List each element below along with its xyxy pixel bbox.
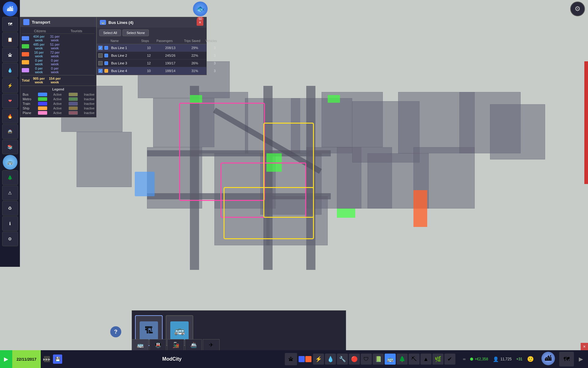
smiley-icon: 🙂 xyxy=(527,356,534,362)
save-button[interactable]: 💾 xyxy=(53,355,62,364)
road-status-btn[interactable]: 🛣 xyxy=(285,353,297,365)
sidebar-icon-settings[interactable]: ⚙ xyxy=(2,232,18,246)
plane-inactive-label: Inactive xyxy=(84,111,99,115)
sidebar-icon-health[interactable]: ❤ xyxy=(2,94,18,108)
col-trips: Trips Saved xyxy=(184,39,205,43)
legend-section: Legend Bus Active Inactive Metro Active … xyxy=(20,86,96,117)
line-checkbox-2[interactable] xyxy=(98,53,103,58)
table-row[interactable]: ✓ Bus Line 4 10 188/14 31% 3 xyxy=(97,67,206,75)
bus-panel-icon: 🚌 xyxy=(100,20,106,25)
toolbar-btn-1[interactable]: ⚡ xyxy=(313,354,324,365)
minimap-button[interactable]: 🗺 xyxy=(559,352,574,366)
bus-lines-table: Name Stops Passengers Trips Saved Vehicl… xyxy=(97,38,206,75)
speed-controls: ▶▶▶ xyxy=(41,356,53,362)
speed-button[interactable]: ▶▶▶ xyxy=(44,356,50,362)
population-indicator: 👤 11,725 xyxy=(493,356,512,362)
col-check xyxy=(98,39,104,43)
line-vehicles-4: 3 xyxy=(205,69,224,73)
line-color-1 xyxy=(104,46,108,50)
bus-values: 404 per week 31 per week xyxy=(31,35,63,42)
line-vehicles-2: 3 xyxy=(205,54,224,57)
toolbar-btn-11[interactable]: ✔ xyxy=(444,354,455,365)
tab-train[interactable]: 🚂 xyxy=(167,339,184,350)
line-passengers-4: 188/14 xyxy=(156,69,184,73)
character-avatar[interactable]: 🐟 xyxy=(193,2,208,16)
toolbar-btn-6[interactable]: 📗 xyxy=(373,354,384,365)
transport-row-plane[interactable]: 0 per week 0 per week xyxy=(22,67,95,74)
sidebar-icon-disaster[interactable]: ⚠ xyxy=(2,186,18,200)
select-none-button[interactable]: Select None xyxy=(123,29,149,36)
bus-tourists: 31 per week xyxy=(47,35,63,42)
total-citizens: 905 per week xyxy=(31,77,47,84)
sidebar-icon-transport[interactable]: 🚌 xyxy=(3,155,17,170)
line-name-1: Bus Line 1 xyxy=(111,46,141,50)
line-checkbox-1[interactable]: ✓ xyxy=(98,46,103,50)
bus-active-label: Active xyxy=(53,93,69,96)
line-name-3: Bus Line 3 xyxy=(111,61,141,65)
sidebar-icon-zoning[interactable]: 🗺 xyxy=(2,17,18,32)
sidebar-icon-roads[interactable]: 🛣 xyxy=(2,48,18,62)
character-badge: 50 xyxy=(197,17,203,21)
transport-row-ship[interactable]: 0 per week 0 per week xyxy=(22,59,95,66)
sidebar-icon-police[interactable]: 🚔 xyxy=(2,124,18,139)
transport-header: Transport xyxy=(20,17,96,27)
total-tourists: 154 per week xyxy=(47,77,63,84)
line-trips-1: 29% xyxy=(184,46,205,50)
sidebar-icon-education[interactable]: 📚 xyxy=(2,140,18,154)
toolbar-btn-7[interactable]: 🌲 xyxy=(397,354,408,365)
toolbar-btn-10[interactable]: 🌿 xyxy=(432,354,443,365)
tab-metro[interactable]: 🚇 xyxy=(149,339,166,350)
nav-right[interactable]: ▶ xyxy=(575,354,586,365)
toolbar-btn-3[interactable]: 🔧 xyxy=(337,354,348,365)
toolbar-btn-9[interactable]: ▲ xyxy=(420,354,432,365)
green-highlight-3 xyxy=(266,153,282,172)
table-row[interactable]: ✓ Bus Line 1 10 208/13 29% 3 xyxy=(97,44,206,52)
sidebar-icon-electricity[interactable]: ⚡ xyxy=(2,78,18,93)
toolbar-btn-transport[interactable]: 🚌 xyxy=(385,354,396,365)
settings-button[interactable]: ⚙ xyxy=(570,2,585,16)
bottom-right-close-button[interactable]: × xyxy=(581,343,588,350)
table-row[interactable]: Bus Line 2 12 245/26 22% 3 xyxy=(97,52,206,59)
tab-bus[interactable]: 🚌 xyxy=(132,339,149,350)
plane-citizens: 0 per week xyxy=(31,67,47,74)
transport-row-bus[interactable]: 404 per week 31 per week xyxy=(22,35,95,42)
smiley-indicator: 🙂 xyxy=(527,356,534,362)
plane-inactive-color xyxy=(69,111,78,115)
bottom-avatar[interactable]: 🏙 xyxy=(541,352,556,366)
right-scroll[interactable] xyxy=(584,61,588,184)
bus-color-bar xyxy=(22,36,29,40)
sidebar-icon-main[interactable]: 🏙 xyxy=(3,2,17,16)
transport-row-train[interactable]: 16 per week 72 per week xyxy=(22,51,95,58)
date-display: 22/11/2017 xyxy=(12,350,41,368)
green-highlight-4 xyxy=(337,209,355,218)
play-button[interactable]: ▶ xyxy=(0,350,12,368)
tab-plane[interactable]: ✈ xyxy=(203,339,220,350)
sidebar-icon-ecology[interactable]: ♻ xyxy=(2,201,18,216)
select-all-button[interactable]: Select All xyxy=(99,29,121,36)
money-indicator: +€2,358 xyxy=(470,357,488,361)
transport-row-metro[interactable]: 485 per week 51 per week xyxy=(22,43,95,50)
xp-value: +31 xyxy=(516,357,522,361)
toolbar-btn-5[interactable]: 🛡 xyxy=(361,354,372,365)
toolbar-btn-8[interactable]: ⛏ xyxy=(409,354,420,365)
plane-active-label: Active xyxy=(53,111,69,115)
ship-active-color xyxy=(38,106,47,110)
line-checkbox-4[interactable]: ✓ xyxy=(98,69,103,73)
sidebar-icon-info[interactable]: ℹ xyxy=(2,216,18,231)
table-row[interactable]: Bus Line 3 12 190/17 26% 3 xyxy=(97,59,206,67)
legend-row-ship: Ship Active Inactive xyxy=(23,106,94,110)
bottom-status: ∞ +€2,358 👤 11,725 +31 🙂 xyxy=(458,356,538,362)
sidebar-icon-district[interactable]: 📋 xyxy=(2,32,18,47)
tab-ship[interactable]: 🚢 xyxy=(185,339,202,350)
sidebar-icon-water[interactable]: 💧 xyxy=(2,63,18,78)
legend-type-plane: Plane xyxy=(23,111,38,115)
zone-commercial[interactable] xyxy=(305,356,311,362)
zone-residential[interactable] xyxy=(299,356,305,362)
toolbar-btn-2[interactable]: 💧 xyxy=(325,354,336,365)
sidebar-icon-fire[interactable]: 🔥 xyxy=(2,109,18,124)
help-button[interactable]: ? xyxy=(110,326,121,337)
toolbar-btn-4[interactable]: 🔴 xyxy=(349,354,360,365)
line-checkbox-3[interactable] xyxy=(98,61,103,65)
train-active-label: Active xyxy=(53,102,69,105)
sidebar-icon-parks[interactable]: 🌲 xyxy=(2,170,18,185)
